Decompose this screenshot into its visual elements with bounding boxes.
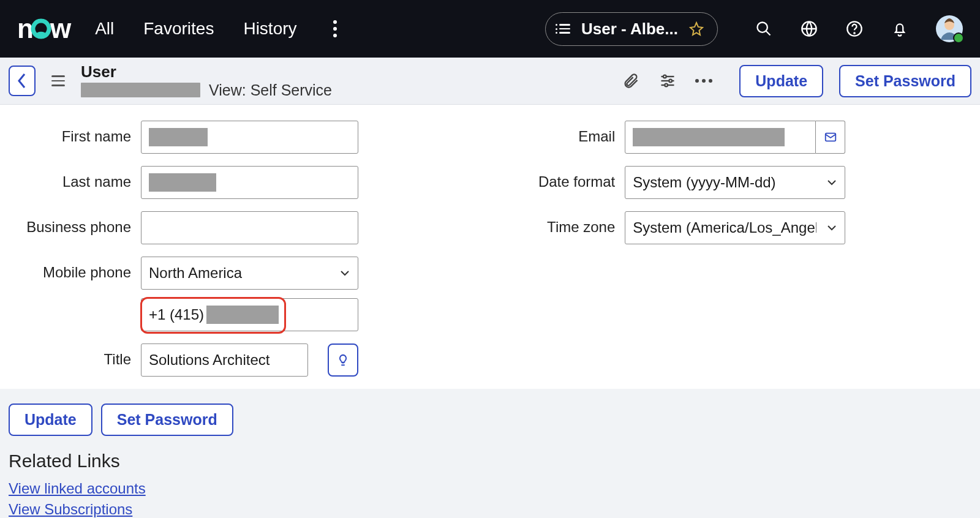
title-value: Solutions Architect [149,351,270,369]
title-label: Title [9,343,131,368]
record-name-redacted [81,83,200,97]
filter-settings-icon[interactable] [658,72,677,90]
bell-icon[interactable] [891,20,909,38]
last-name-value-redacted [149,173,216,192]
first-name-value-redacted [149,128,208,146]
title-suggest-button[interactable] [328,343,358,377]
svg-point-10 [669,80,673,83]
first-name-field[interactable] [141,121,358,154]
date-format-label: Date format [505,166,615,190]
mobile-phone-label: Mobile phone [9,257,131,281]
email-label: Email [505,121,615,145]
svg-point-11 [665,84,668,87]
link-view-subscriptions[interactable]: View Subscriptions [9,501,971,518]
mobile-region-value: North America [149,265,242,282]
mobile-phone-prefix: +1 (415) [149,306,204,323]
record-title: User - Albe... [581,20,678,39]
lightbulb-icon [336,353,350,367]
time-zone-select[interactable]: System (America/Los_Angel [625,211,845,244]
mobile-region-select[interactable]: North America [141,257,358,290]
time-zone-label: Time zone [505,211,615,236]
nav-history[interactable]: History [243,19,296,39]
svg-point-4 [854,32,854,33]
mobile-phone-field[interactable]: +1 (415) [141,298,358,331]
more-actions-icon[interactable] [695,79,712,83]
avatar[interactable] [936,15,963,42]
record-context-pill[interactable]: User - Albe... [545,12,718,46]
form-body: First name Last name Business phone [0,105,980,389]
date-format-select[interactable]: System (yyyy-MM-dd) [625,166,845,199]
time-zone-value: System (America/Los_Angel [633,219,816,236]
set-password-button-footer[interactable]: Set Password [101,404,233,436]
title-row: Title Solutions Architect [9,343,480,377]
update-button-footer[interactable]: Update [9,404,92,436]
form-action-icons [622,72,712,90]
globe-icon[interactable] [800,20,818,38]
date-format-value: System (yyyy-MM-dd) [633,174,775,191]
form-menu-icon[interactable] [51,75,65,86]
form-footer: Update Set Password Related Links View l… [0,389,980,518]
back-button[interactable] [9,66,36,96]
update-button[interactable]: Update [739,65,823,97]
chevron-down-icon [339,268,350,279]
form-record-type: User [81,63,332,81]
link-view-linked-accounts[interactable]: View linked accounts [9,480,971,497]
business-phone-row: Business phone [9,211,480,244]
email-row: Email [505,121,976,154]
send-email-button[interactable] [816,121,845,154]
first-name-row: First name [9,121,480,154]
chevron-down-icon [826,177,837,188]
last-name-row: Last name [9,166,480,199]
mobile-phone-row: Mobile phone North America +1 (415) [9,257,480,331]
set-password-button[interactable]: Set Password [839,65,971,97]
search-icon[interactable] [755,20,773,38]
time-zone-row: Time zone System (America/Los_Angel [505,211,976,244]
logo-letter: w [50,13,69,44]
related-links-heading: Related Links [9,451,971,471]
help-icon[interactable] [845,20,864,38]
nav-more-icon[interactable] [326,17,344,41]
attachment-icon[interactable] [622,72,640,90]
business-phone-field[interactable] [141,211,358,244]
nav-favorites[interactable]: Favorites [143,19,214,39]
logo[interactable]: n w [17,13,69,44]
svg-point-9 [663,75,666,78]
email-field[interactable] [625,121,816,154]
view-label: View: Self Service [209,81,332,99]
envelope-icon [824,130,837,144]
star-icon[interactable] [689,21,704,36]
chevron-down-icon [826,222,837,233]
logo-o-icon [29,17,53,40]
svg-point-0 [758,23,767,32]
first-name-label: First name [9,121,131,145]
email-value-redacted [633,128,785,146]
date-format-row: Date format System (yyyy-MM-dd) [505,166,976,199]
global-nav: n w All Favorites History User - Albe... [0,0,980,58]
form-title-block: User View: Self Service [81,63,332,99]
list-icon [559,24,570,34]
last-name-label: Last name [9,166,131,190]
title-field[interactable]: Solutions Architect [141,343,308,377]
business-phone-label: Business phone [9,211,131,236]
nav-all[interactable]: All [95,19,114,39]
svg-line-1 [766,31,771,36]
form-header: User View: Self Service Update Set Passw… [0,58,980,105]
mobile-phone-value-redacted [206,306,279,324]
last-name-field[interactable] [141,166,358,199]
top-utility-icons [755,15,963,42]
